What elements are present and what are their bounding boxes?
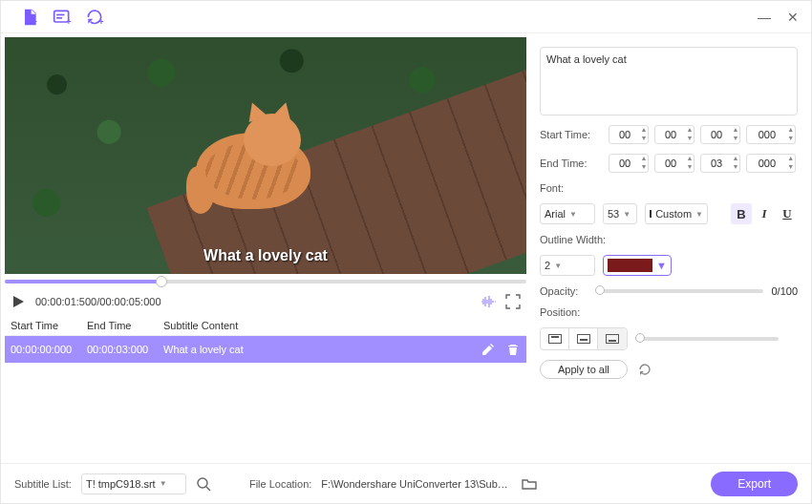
main-area: What a lovely cat 00:00:01:500/00:00:05:… xyxy=(1,33,811,463)
font-color-select[interactable]: Custom▼ xyxy=(645,203,708,224)
cell-end: 00:00:03:000 xyxy=(87,344,163,355)
file-location-value: F:\Wondershare UniConverter 13\SubEdi xyxy=(321,478,512,490)
titlebar: + + + — ✕ xyxy=(1,1,811,33)
position-row xyxy=(540,327,798,350)
reset-icon[interactable] xyxy=(637,362,652,377)
col-end: End Time xyxy=(87,320,163,331)
refresh-subtitles-icon[interactable]: + xyxy=(85,8,104,27)
export-button[interactable]: Export xyxy=(711,472,798,496)
position-top-button[interactable] xyxy=(541,328,569,349)
opacity-row: Opacity: 0/100 xyxy=(540,285,798,297)
position-label: Position: xyxy=(540,306,798,318)
app-window: + + + — ✕ xyxy=(0,0,812,504)
svg-point-6 xyxy=(198,478,207,488)
start-min-stepper[interactable]: ▲▼ xyxy=(654,125,694,144)
position-bottom-button[interactable] xyxy=(598,328,627,349)
table-row[interactable]: 00:00:00:000 00:00:03:000 What a lovely … xyxy=(5,336,526,363)
cell-start: 00:00:00:000 xyxy=(11,344,87,355)
waveform-icon[interactable] xyxy=(481,294,496,309)
col-content: Subtitle Content xyxy=(163,320,521,331)
italic-button[interactable]: I xyxy=(754,203,775,224)
start-sec-stepper[interactable]: ▲▼ xyxy=(700,125,740,144)
bold-button[interactable]: B xyxy=(731,203,752,224)
open-folder-icon[interactable] xyxy=(522,476,537,492)
font-label: Font: xyxy=(540,182,798,194)
outline-color-select[interactable]: ▼ xyxy=(603,255,672,276)
window-controls: — ✕ xyxy=(756,9,801,26)
new-subtitle-file-icon[interactable]: + xyxy=(20,8,39,27)
col-start: Start Time xyxy=(11,320,87,331)
outline-width-select[interactable]: 2▼ xyxy=(540,255,595,276)
opacity-slider[interactable] xyxy=(595,289,763,293)
outline-row: 2▼ ▼ xyxy=(540,255,798,276)
start-time-label: Start Time: xyxy=(540,129,603,140)
apply-row: Apply to all xyxy=(540,360,798,379)
svg-text:+: + xyxy=(98,17,103,27)
playback-bar: 00:00:01:500/00:00:05:000 xyxy=(5,287,526,316)
new-subtitle-block-icon[interactable]: + xyxy=(53,8,72,27)
close-button[interactable]: ✕ xyxy=(784,9,801,26)
opacity-label: Opacity: xyxy=(540,285,588,297)
table-header: Start Time End Time Subtitle Content xyxy=(5,316,526,336)
file-location-label: File Location: xyxy=(249,478,311,490)
apply-to-all-button[interactable]: Apply to all xyxy=(540,360,628,379)
delete-row-icon[interactable] xyxy=(505,342,521,357)
preview-image xyxy=(5,37,526,274)
video-preview: What a lovely cat xyxy=(5,37,526,274)
end-sec-stepper[interactable]: ▲▼ xyxy=(700,154,740,173)
position-slider[interactable] xyxy=(635,337,779,341)
play-button[interactable] xyxy=(11,294,26,309)
toolbar: + + + xyxy=(20,8,104,27)
subtitle-table: Start Time End Time Subtitle Content 00:… xyxy=(5,316,526,363)
edit-row-icon[interactable] xyxy=(481,342,496,357)
end-time-row: End Time: ▲▼ ▲▼ ▲▼ ▲▼ xyxy=(540,154,798,173)
subtitle-text-input[interactable] xyxy=(540,47,798,116)
search-subtitle-icon[interactable] xyxy=(196,476,211,492)
svg-text:+: + xyxy=(66,17,71,27)
left-panel: What a lovely cat 00:00:01:500/00:00:05:… xyxy=(5,37,526,463)
fullscreen-icon[interactable] xyxy=(505,294,521,309)
svg-text:+: + xyxy=(32,17,37,27)
font-family-select[interactable]: Arial▼ xyxy=(540,203,595,224)
subtitle-overlay: What a lovely cat xyxy=(5,247,526,264)
opacity-value: 0/100 xyxy=(771,285,798,297)
end-time-label: End Time: xyxy=(540,158,603,169)
seek-bar[interactable] xyxy=(5,276,526,287)
minimize-button[interactable]: — xyxy=(756,9,773,26)
svg-line-7 xyxy=(206,487,210,491)
footer: Subtitle List: T! tmpC918.srt▼ File Loca… xyxy=(1,463,811,503)
end-ms-stepper[interactable]: ▲▼ xyxy=(746,154,796,173)
time-display: 00:00:01:500/00:00:05:000 xyxy=(35,296,161,307)
start-time-row: Start Time: ▲▼ ▲▼ ▲▼ ▲▼ xyxy=(540,125,798,144)
end-hour-stepper[interactable]: ▲▼ xyxy=(609,154,649,173)
end-min-stepper[interactable]: ▲▼ xyxy=(654,154,694,173)
font-row: Arial▼ 53▼ Custom▼ B I U xyxy=(540,203,798,224)
underline-button[interactable]: U xyxy=(777,203,798,224)
subtitle-list-label: Subtitle List: xyxy=(14,478,72,490)
start-ms-stepper[interactable]: ▲▼ xyxy=(746,125,796,144)
right-panel: Start Time: ▲▼ ▲▼ ▲▼ ▲▼ End Time: ▲▼ ▲▼ … xyxy=(536,37,807,463)
font-size-select[interactable]: 53▼ xyxy=(603,203,637,224)
position-middle-button[interactable] xyxy=(569,328,598,349)
subtitle-list-select[interactable]: T! tmpC918.srt▼ xyxy=(81,473,186,494)
start-hour-stepper[interactable]: ▲▼ xyxy=(609,125,649,144)
outline-width-label: Outline Width: xyxy=(540,234,798,245)
cell-content: What a lovely cat xyxy=(163,344,481,355)
